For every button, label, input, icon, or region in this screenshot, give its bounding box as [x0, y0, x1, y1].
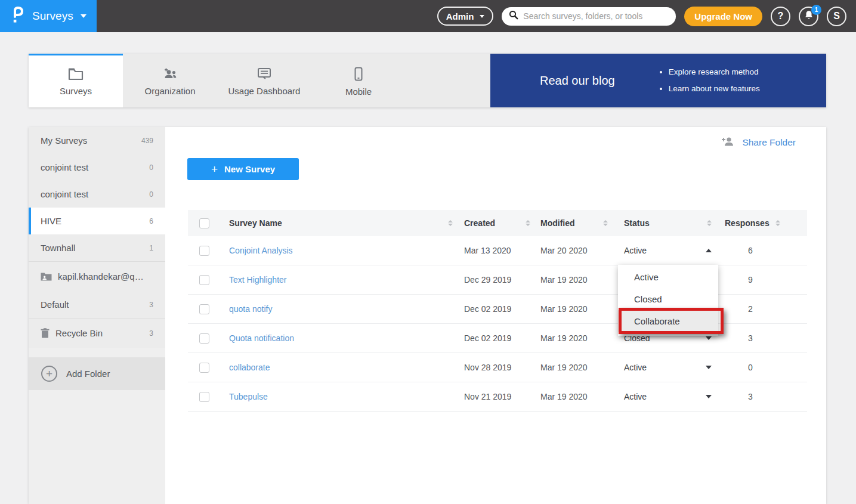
created-date: Nov 21 2019 — [456, 392, 533, 401]
table-header-row: Survey Name Created Modified Status Resp… — [188, 210, 807, 236]
survey-link[interactable]: quota notify — [229, 304, 272, 314]
folder-count: 3 — [149, 329, 153, 338]
admin-menu-label: Admin — [446, 11, 474, 21]
status-option-active[interactable]: Active — [618, 266, 718, 288]
banner-bullet-list: Explore research method Learn about new … — [658, 64, 760, 98]
row-checkbox[interactable] — [199, 363, 209, 373]
responses-count: 2 — [718, 304, 807, 314]
column-header-responses[interactable]: Responses — [718, 218, 807, 228]
blog-banner[interactable]: Read our blog Explore research method Le… — [490, 54, 826, 107]
sidebar-item-hive[interactable]: HIVE 6 — [29, 208, 165, 234]
row-checkbox[interactable] — [199, 304, 209, 314]
modified-date: Mar 20 2020 — [533, 246, 610, 255]
row-checkbox[interactable] — [199, 275, 209, 285]
created-date: Dec 29 2019 — [456, 275, 533, 285]
tab-usage-dashboard[interactable]: Usage Dashboard — [217, 54, 311, 107]
admin-menu-button[interactable]: Admin — [437, 7, 494, 26]
brand-menu-label: Surveys — [32, 10, 73, 23]
notifications-button[interactable]: 1 — [799, 7, 818, 26]
modified-date: Mar 19 2020 — [533, 363, 610, 372]
search-input[interactable] — [523, 11, 669, 21]
new-survey-button[interactable]: + New Survey — [187, 158, 299, 180]
survey-link[interactable]: Text Highlighter — [229, 275, 287, 285]
column-header-status[interactable]: Status — [610, 218, 718, 228]
add-folder-button[interactable]: + Add Folder — [29, 357, 165, 390]
select-all-checkbox[interactable] — [199, 218, 209, 228]
share-folder-button[interactable]: Share Folder — [721, 136, 796, 149]
survey-link[interactable]: Conjoint Analysis — [229, 246, 293, 255]
sidebar-item-conjoint-test-2[interactable]: conjoint test 0 — [29, 181, 165, 208]
sidebar-item-my-surveys[interactable]: My Surveys 439 — [29, 127, 165, 154]
trash-icon — [41, 328, 50, 338]
survey-link[interactable]: Tubepulse — [229, 392, 268, 401]
dashboard-icon — [257, 67, 272, 81]
folder-count: 0 — [149, 190, 153, 199]
plus-circle-icon: + — [41, 366, 57, 382]
status-option-collaborate[interactable]: Collaborate — [618, 310, 718, 332]
chevron-down-icon — [480, 15, 484, 18]
responses-count: 0 — [718, 363, 807, 372]
survey-link[interactable]: Quota notification — [229, 333, 294, 343]
sort-icon[interactable] — [775, 220, 780, 226]
status-value: Active — [624, 246, 647, 255]
status-value: Active — [624, 392, 647, 401]
shared-folder-icon — [41, 272, 52, 281]
column-label: Modified — [540, 218, 575, 228]
status-dropdown-trigger[interactable]: Active — [610, 363, 718, 372]
tab-mobile[interactable]: Mobile — [311, 54, 406, 107]
tab-label: Organization — [144, 86, 195, 96]
created-date: Dec 02 2019 — [456, 304, 533, 314]
account-avatar[interactable]: S — [827, 7, 846, 26]
column-label: Status — [624, 218, 650, 228]
sort-icon[interactable] — [707, 220, 712, 226]
tab-label: Mobile — [345, 86, 372, 97]
column-label: Responses — [725, 218, 770, 228]
status-option-closed[interactable]: Closed — [618, 288, 718, 310]
responses-count: 3 — [718, 392, 807, 401]
status-dropdown-trigger[interactable]: Active — [610, 392, 718, 401]
add-person-icon — [721, 136, 736, 149]
sort-icon[interactable] — [603, 220, 608, 226]
table-row: Conjoint Analysis Mar 13 2020 Mar 20 202… — [188, 236, 807, 265]
folder-count: 1 — [149, 244, 153, 252]
modified-date: Mar 19 2020 — [533, 304, 610, 314]
column-label: Created — [464, 218, 495, 228]
column-header-survey-name[interactable]: Survey Name — [220, 218, 456, 228]
tab-surveys[interactable]: Surveys — [29, 54, 123, 107]
upgrade-now-button[interactable]: Upgrade Now — [684, 7, 762, 26]
global-search[interactable] — [502, 7, 676, 26]
folders-sidebar: My Surveys 439 conjoint test 0 conjoint … — [29, 127, 165, 504]
sort-icon[interactable] — [526, 220, 530, 226]
sidebar-item-shared-account[interactable]: kapil.khandekar@que… — [29, 261, 165, 291]
row-checkbox[interactable] — [199, 246, 209, 256]
folder-icon — [68, 67, 84, 81]
folder-label: Recycle Bin — [55, 328, 143, 338]
column-label: Survey Name — [229, 218, 282, 228]
banner-bullet: Explore research method — [669, 64, 760, 81]
folder-label: Townhall — [41, 243, 143, 253]
sidebar-item-recycle-bin[interactable]: Recycle Bin 3 — [29, 318, 165, 348]
sidebar-item-townhall[interactable]: Townhall 1 — [29, 234, 165, 261]
status-value: Active — [624, 363, 647, 372]
questionpro-logo-icon — [11, 5, 25, 27]
survey-link[interactable]: collaborate — [229, 363, 270, 372]
brand-menu[interactable]: Surveys — [0, 0, 97, 32]
column-header-created[interactable]: Created — [456, 218, 533, 228]
sidebar-item-default[interactable]: Default 3 — [29, 291, 165, 318]
modified-date: Mar 19 2020 — [533, 275, 610, 285]
sort-icon[interactable] — [448, 220, 453, 226]
sidebar-item-conjoint-test-1[interactable]: conjoint test 0 — [29, 154, 165, 181]
folder-label: HIVE — [41, 216, 143, 226]
created-date: Mar 13 2020 — [456, 246, 533, 255]
caret-down-icon — [706, 395, 712, 398]
top-bar: Surveys Admin Upgrade Now ? 1 S — [0, 0, 856, 32]
tab-label: Surveys — [60, 86, 92, 96]
folder-content: Share Folder + New Survey Survey Name Cr… — [165, 127, 826, 504]
folder-count: 3 — [149, 301, 153, 309]
status-dropdown-trigger[interactable]: Active — [610, 246, 718, 255]
column-header-modified[interactable]: Modified — [533, 218, 610, 228]
row-checkbox[interactable] — [199, 392, 209, 402]
row-checkbox[interactable] — [199, 333, 209, 344]
tab-organization[interactable]: Organization — [123, 54, 217, 107]
help-button[interactable]: ? — [771, 7, 790, 26]
